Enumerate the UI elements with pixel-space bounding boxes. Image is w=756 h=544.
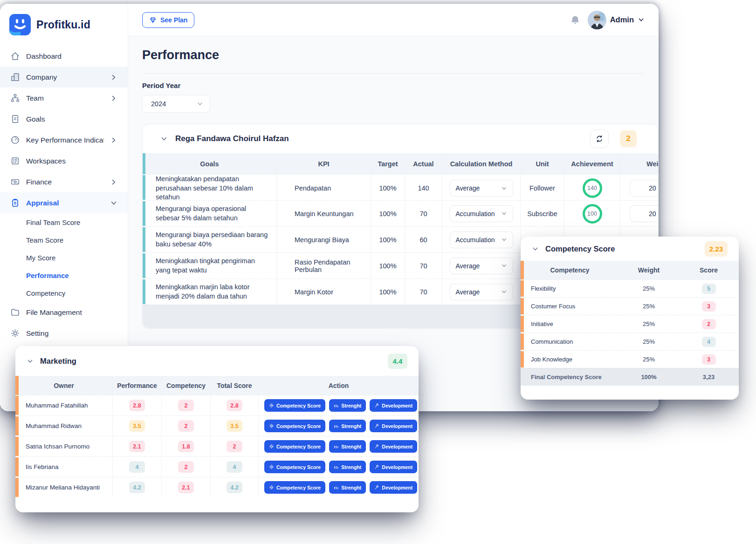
sidebar-nav: Dashboard Company Team Goals [0, 46, 128, 366]
chevron-right-icon [110, 95, 117, 102]
sidebar-item-goals[interactable]: Goals [0, 109, 128, 129]
avatar [588, 11, 606, 29]
action-button-label: Development [382, 423, 412, 429]
action-button-label: Development [382, 464, 412, 470]
action-button-label: Competency Score [276, 423, 321, 429]
action-button-competency-score[interactable]: Competency Score [264, 420, 325, 432]
action-button-competency-score[interactable]: Competency Score [264, 440, 325, 453]
column-header-action: Action [259, 376, 419, 395]
calculation-method-cell: Average [442, 279, 521, 305]
gear-icon [269, 485, 274, 490]
weight-input[interactable]: 20 [630, 180, 659, 197]
column-header-owner: Owner [15, 376, 113, 395]
bar-chart-icon [334, 444, 339, 449]
sidebar-item-setting[interactable]: Setting [0, 323, 128, 344]
user-menu[interactable]: Admin [588, 11, 645, 29]
sidebar-item-finance[interactable]: Finance [0, 171, 128, 192]
column-header-actual: Actual [405, 153, 442, 174]
action-button-development[interactable]: Development [370, 440, 417, 453]
app-logo-text: Profitku.id [36, 19, 90, 31]
kpi-cell: Mengurangi Biaya [277, 227, 371, 252]
wrench-icon [374, 403, 379, 408]
action-button-strenght[interactable]: Strenght [329, 399, 366, 412]
see-plan-button[interactable]: See Plan [142, 12, 194, 28]
calculation-method-select[interactable]: Average [450, 258, 513, 274]
chevron-down-icon [197, 101, 203, 107]
owner-row: Satria Ichsan Purnomo 2.1 1.8 2 Competen… [15, 436, 419, 456]
column-header-competency: Competency [521, 261, 619, 279]
action-button-strenght[interactable]: Strenght [329, 461, 366, 473]
notification-bell-icon[interactable] [570, 15, 580, 25]
action-button-competency-score[interactable]: Competency Score [264, 481, 325, 494]
action-button-label: Competency Score [276, 485, 321, 490]
weight-value: 20 [649, 184, 656, 192]
competency-name-cell: Communication [521, 333, 619, 350]
action-button-label: Strenght [341, 423, 361, 429]
refresh-button[interactable] [590, 129, 609, 148]
sidebar-subitem-final-team-score[interactable]: Final Team Score [0, 213, 128, 231]
calculation-method-select[interactable]: Accumulation [450, 205, 513, 222]
home-icon [10, 51, 20, 61]
competency-card-title: Competency Score [545, 245, 615, 253]
sidebar-item-team[interactable]: Team [0, 88, 128, 109]
action-button-label: Development [382, 444, 412, 449]
achievement-ring: 100 [583, 204, 602, 224]
sidebar-item-workspaces[interactable]: Workspaces [0, 150, 128, 171]
actual-cell: 140 [405, 175, 442, 202]
collapse-chevron-icon[interactable] [160, 135, 168, 143]
weight-cell: 25% [619, 333, 679, 350]
sidebar-subitem-my-score[interactable]: My Score [0, 249, 128, 266]
action-button-development[interactable]: Development [370, 461, 417, 473]
action-button-development[interactable]: Development [370, 399, 417, 412]
sidebar-item-file-management[interactable]: File Management [0, 302, 128, 323]
wrench-icon [374, 464, 379, 469]
competency-table: Competency Weight Score Flexibility 25% … [521, 261, 739, 386]
score-badge: 3 [702, 301, 716, 312]
weight-input[interactable]: 20 [630, 205, 659, 222]
score-badge: 2 [702, 319, 716, 329]
calculation-method-select[interactable]: Average [450, 180, 513, 197]
action-button-competency-score[interactable]: Competency Score [264, 461, 325, 473]
score-badge: 5 [702, 284, 716, 294]
competency-name-cell: Costumer Focus [521, 298, 619, 315]
weight-cell: 25% [619, 298, 679, 315]
goal-cell: Mengurangi biaya operasional sebesar 5% … [143, 201, 277, 226]
sidebar-subitem-competency[interactable]: Competency [0, 284, 128, 302]
action-button-development[interactable]: Development [370, 420, 417, 432]
kpi-cell: Pendapatan [277, 175, 371, 202]
calculation-method-select[interactable]: Average [450, 284, 513, 300]
counter-badge: 2 [620, 130, 637, 147]
score-badge: 3 [702, 354, 716, 365]
column-header-weight: Weight [619, 261, 679, 279]
total-score-badge: 3.5 [227, 420, 242, 432]
actual-cell: 70 [405, 201, 442, 226]
sidebar-subitem-performance[interactable]: Performance [0, 266, 128, 284]
calculation-method-cell: Accumulation [442, 227, 521, 252]
sidebar-item-key-performance-indicator[interactable]: Key Performance Indicato [0, 129, 128, 150]
sidebar-item-label: Appraisal [26, 199, 104, 207]
sidebar-item-dashboard[interactable]: Dashboard [0, 46, 128, 67]
kpi-cell: Margin Keuntungan [277, 201, 371, 226]
action-button-strenght[interactable]: Strenght [329, 481, 366, 494]
collapse-chevron-icon[interactable] [532, 245, 539, 252]
action-cell: Competency Score Strenght Development [259, 457, 419, 477]
chevron-down-icon [110, 199, 117, 207]
performance-score-badge: 2.1 [129, 441, 145, 452]
sidebar-item-appraisal[interactable]: Appraisal [0, 192, 128, 213]
period-year-select[interactable]: 2024 [142, 95, 210, 113]
sidebar-item-company[interactable]: Company [0, 67, 128, 88]
action-button-strenght[interactable]: Strenght [329, 420, 366, 432]
competency-card-header: Competency Score 2.23 [521, 237, 739, 261]
total-score-cell: 4.2 [211, 477, 259, 497]
sidebar-subitem-team-score[interactable]: Team Score [0, 231, 128, 249]
calculation-method-select[interactable]: Accumulation [450, 231, 513, 248]
sidebar-item-label: Company [26, 73, 104, 82]
score-badge: 4 [702, 337, 716, 347]
action-button-development[interactable]: Development [370, 481, 417, 494]
team-score-badge: 4.4 [388, 354, 407, 369]
weight-cell: 25% [619, 315, 679, 333]
collapse-chevron-icon[interactable] [27, 358, 34, 365]
action-button-label: Development [382, 485, 412, 490]
action-button-strenght[interactable]: Strenght [329, 440, 366, 453]
action-button-competency-score[interactable]: Competency Score [264, 399, 325, 412]
